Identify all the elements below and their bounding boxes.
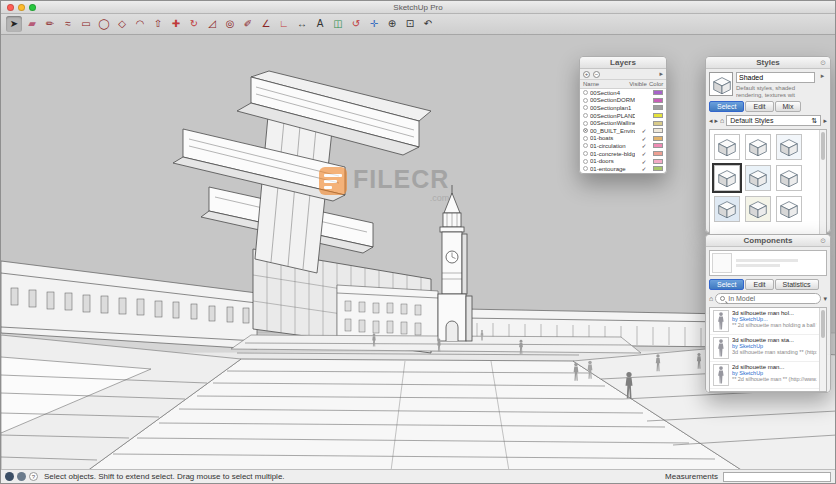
layer-current-radio[interactable] (583, 136, 588, 141)
layer-visible-checkbox[interactable]: ✓ (635, 135, 653, 142)
styles-scrollbar[interactable] (819, 130, 826, 237)
layer-color-swatch[interactable] (653, 98, 663, 103)
style-detail-button[interactable]: ▸ (818, 72, 827, 98)
panel-pin-icon[interactable]: ⊙ (820, 57, 826, 69)
eraser-tool[interactable]: ▰ (24, 16, 40, 32)
styles-tab-edit[interactable]: Edit (745, 101, 773, 112)
style-thumbnail[interactable] (745, 165, 771, 191)
layer-row[interactable]: 00Section4 (580, 89, 666, 97)
layer-row[interactable]: 00Sectionplan1 (580, 104, 666, 112)
layer-current-radio[interactable] (583, 159, 588, 164)
section-plane-tool[interactable]: ◫ (330, 16, 346, 32)
style-thumbnail[interactable] (776, 165, 802, 191)
layer-color-swatch[interactable] (653, 143, 663, 148)
layer-current-radio[interactable] (583, 128, 588, 133)
scrollbar-thumb[interactable] (821, 310, 825, 338)
components-tab-statistics[interactable]: Statistics (775, 279, 819, 290)
style-thumbnail[interactable] (776, 196, 802, 222)
style-thumbnail[interactable] (776, 134, 802, 160)
layer-current-radio[interactable] (583, 90, 588, 95)
layer-visible-checkbox[interactable]: ✓ (635, 158, 653, 165)
offset-tool[interactable]: ◎ (222, 16, 238, 32)
layer-current-radio[interactable] (583, 113, 588, 118)
layer-color-swatch[interactable] (653, 128, 663, 133)
layer-row[interactable]: 00SectionWallines (580, 119, 666, 127)
style-name-input[interactable] (736, 72, 815, 83)
layer-visible-checkbox[interactable]: ✓ (635, 142, 653, 149)
zoom-extents-tool[interactable]: ⊡ (402, 16, 418, 32)
model-info-icon[interactable] (17, 472, 26, 481)
components-scrollbar[interactable] (819, 308, 826, 391)
components-tab-edit[interactable]: Edit (745, 279, 773, 290)
style-thumbnail[interactable] (745, 134, 771, 160)
layer-row[interactable]: 00SectionPLAND (580, 112, 666, 120)
geolocation-icon[interactable] (5, 472, 14, 481)
layer-current-radio[interactable] (583, 98, 588, 103)
components-search-input[interactable]: In Model (715, 293, 821, 304)
layer-row[interactable]: 00_BUILT_Enviro✓ (580, 127, 666, 135)
layer-row[interactable]: 01-boats✓ (580, 135, 666, 143)
measurements-input[interactable] (723, 472, 831, 482)
layer-color-swatch[interactable] (653, 136, 663, 141)
scale-tool[interactable]: ◿ (204, 16, 220, 32)
style-thumbnail[interactable] (714, 196, 740, 222)
zoom-tool[interactable]: ⊕ (384, 16, 400, 32)
pushpull-tool[interactable]: ⇧ (150, 16, 166, 32)
home-icon[interactable]: ⌂ (709, 295, 713, 302)
building-classical[interactable] (337, 285, 438, 341)
layer-color-swatch[interactable] (653, 113, 663, 118)
dropdown-arrow-icon[interactable]: ▾ (823, 295, 827, 303)
forward-icon[interactable]: ▸ (715, 117, 719, 125)
components-tab-select[interactable]: Select (709, 279, 744, 290)
styles-menu-button[interactable]: ▸ (823, 117, 827, 125)
dimension-tool[interactable]: ↔ (294, 16, 310, 32)
layer-color-swatch[interactable] (653, 151, 663, 156)
layer-color-swatch[interactable] (653, 159, 663, 164)
layer-row[interactable]: 01-circulation✓ (580, 142, 666, 150)
protractor-tool[interactable]: ∠ (258, 16, 274, 32)
layer-current-radio[interactable] (583, 105, 588, 110)
rotate-tool[interactable]: ↻ (186, 16, 202, 32)
help-icon[interactable]: ? (29, 472, 38, 481)
remove-layer-button[interactable]: − (593, 71, 600, 78)
arc-tool[interactable]: ◠ (132, 16, 148, 32)
layer-current-radio[interactable] (583, 121, 588, 126)
layer-color-swatch[interactable] (653, 90, 663, 95)
axes-tool[interactable]: ∟ (276, 16, 292, 32)
freehand-tool[interactable]: ≈ (60, 16, 76, 32)
layer-visible-checkbox[interactable]: ✓ (635, 127, 653, 134)
polygon-tool[interactable]: ◇ (114, 16, 130, 32)
scrollbar-thumb[interactable] (821, 132, 825, 160)
component-item[interactable]: 3d silhouette man sta...by SketchUp3d si… (710, 335, 826, 362)
styles-tab-mix[interactable]: Mix (775, 101, 802, 112)
rectangle-tool[interactable]: ▭ (78, 16, 94, 32)
text-tool[interactable]: A (312, 16, 328, 32)
home-icon[interactable]: ⌂ (720, 117, 724, 124)
layer-color-swatch[interactable] (653, 121, 663, 126)
previous-view-tool[interactable]: ↶ (420, 16, 436, 32)
circle-tool[interactable]: ◯ (96, 16, 112, 32)
style-thumbnail[interactable] (714, 165, 740, 191)
move-tool[interactable]: ✚ (168, 16, 184, 32)
layer-row[interactable]: 01-doors✓ (580, 157, 666, 165)
layer-row[interactable]: 01-entourage✓ (580, 165, 666, 173)
tape-measure-tool[interactable]: ✐ (240, 16, 256, 32)
component-item[interactable]: 2d silhouette man...by SketchUp** 2d sil… (710, 362, 826, 389)
styles-collection-dropdown[interactable]: Default Styles ⇅ (726, 115, 821, 126)
component-item[interactable]: 3d silhouette man hol...by SketchUp...**… (710, 308, 826, 335)
select-tool[interactable]: ➤ (6, 16, 22, 32)
style-thumbnail[interactable] (745, 196, 771, 222)
layer-color-swatch[interactable] (653, 105, 663, 110)
style-thumbnail[interactable] (714, 134, 740, 160)
layer-row[interactable]: 00SectionDORM (580, 97, 666, 105)
line-tool[interactable]: ✏ (42, 16, 58, 32)
layer-visible-checkbox[interactable]: ✓ (635, 165, 653, 172)
layers-detail-button[interactable]: ▸ (659, 70, 663, 78)
panel-pin-icon[interactable]: ⊙ (820, 235, 826, 247)
pan-tool[interactable]: ✛ (366, 16, 382, 32)
layer-current-radio[interactable] (583, 143, 588, 148)
layer-current-radio[interactable] (583, 151, 588, 156)
orbit-tool[interactable]: ↺ (348, 16, 364, 32)
layer-row[interactable]: 01-concrete-bldg✓ (580, 150, 666, 158)
back-icon[interactable]: ◂ (709, 117, 713, 125)
